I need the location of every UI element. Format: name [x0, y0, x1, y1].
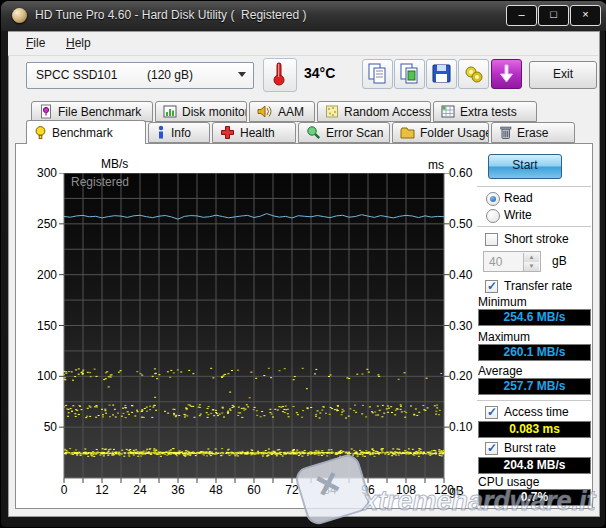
x-tick: 12 [88, 483, 116, 497]
access-time-label: Access time [504, 405, 569, 419]
tab-label: Erase [517, 126, 548, 140]
separator [477, 186, 591, 190]
drive-name: SPCC SSD101 [36, 68, 117, 82]
y-right-tick: 0.50 [449, 217, 479, 231]
tab-info[interactable]: Info [148, 122, 210, 143]
average-value: 257.7 MB/s [478, 378, 591, 395]
options-button[interactable] [458, 59, 489, 89]
app-icon [12, 8, 27, 23]
y-left-tick: 200 [31, 268, 57, 282]
tab-erase[interactable]: Erase [491, 122, 575, 143]
y-left-tick: 150 [31, 319, 57, 333]
x-tick: 108 [392, 483, 420, 497]
burst-rate-value: 204.8 MB/s [478, 457, 591, 474]
write-radio[interactable] [486, 209, 500, 223]
tab-label: Random Access [344, 105, 431, 119]
download-arrow-icon [492, 60, 521, 88]
minimum-value: 254.6 MB/s [478, 309, 591, 326]
x-tick: 36 [164, 483, 192, 497]
file-benchmark-icon [39, 104, 53, 119]
error-scan-icon [306, 125, 321, 140]
cpu-usage-label: CPU usage [478, 475, 539, 489]
minimize-button[interactable]: – [506, 5, 537, 26]
short-stroke-checkbox[interactable] [485, 233, 498, 246]
exit-button[interactable]: Exit [529, 61, 597, 89]
short-stroke-size-value: 40 [489, 255, 502, 269]
transfer-rate-checkbox[interactable] [485, 280, 498, 293]
maximum-value: 260.1 MB/s [478, 344, 591, 361]
menu-bar: FileHelp [8, 32, 598, 56]
folder-usage-icon [400, 126, 415, 140]
x-tick: 84 [316, 483, 344, 497]
transfer-rate-label: Transfer rate [504, 279, 572, 293]
maximum-label: Maximum [478, 330, 530, 344]
x-tick: 60 [240, 483, 268, 497]
x-tick: 0 [50, 483, 78, 497]
drive-size: (120 gB) [147, 68, 193, 82]
tab-label: Info [171, 126, 191, 140]
copy-text-button[interactable] [362, 59, 393, 89]
y-right-tick: 0.10 [449, 420, 479, 434]
drive-select[interactable]: SPCC SSD101 (120 gB) [26, 62, 254, 89]
tab-disk-monitor[interactable]: Disk monitor [155, 101, 247, 122]
tab-label: Health [240, 126, 275, 140]
temperature-value: 34°C [304, 65, 335, 81]
app-window: HD Tune Pro 4.60 - Hard Disk Utility ( R… [0, 0, 606, 528]
tab-random-access[interactable]: Random Access [317, 101, 431, 122]
access-time-checkbox[interactable] [485, 406, 498, 419]
tab-error-scan[interactable]: Error Scan [298, 122, 390, 143]
random-access-icon [325, 104, 339, 119]
access-time-value: 0.083 ms [478, 421, 591, 438]
read-label: Read [504, 191, 533, 205]
x-tick: 96 [354, 483, 382, 497]
health-icon [220, 125, 235, 140]
spinner-down-icon[interactable]: ▼ [523, 262, 539, 271]
tab-label: AAM [278, 105, 304, 119]
tab-folder-usage[interactable]: Folder Usage [392, 122, 489, 143]
stroke-unit-label: gB [552, 254, 567, 268]
tab-label: Benchmark [52, 126, 113, 140]
y-right-axis-title: ms [428, 158, 452, 172]
x-axis-unit: gB [449, 484, 469, 498]
copy-pages-icon [363, 60, 392, 88]
burst-rate-checkbox[interactable] [485, 442, 498, 455]
tab-benchmark[interactable]: Benchmark [26, 120, 146, 144]
y-right-tick: 0.40 [449, 268, 479, 282]
save-screenshot-button[interactable] [426, 59, 457, 89]
y-left-tick: 50 [31, 420, 57, 434]
copy-screenshot-button[interactable] [394, 59, 425, 89]
short-stroke-size-spinner[interactable]: 40 ▲ ▼ [483, 251, 541, 272]
benchmark-icon [34, 125, 47, 141]
write-label: Write [504, 208, 532, 222]
menu-file[interactable]: File [26, 36, 45, 50]
save-icon [427, 60, 456, 88]
temperature-button[interactable] [263, 58, 297, 92]
start-button[interactable]: Start [488, 154, 562, 179]
y-right-tick: 0.30 [449, 319, 479, 333]
thermometer-icon [264, 59, 294, 89]
y-right-tick: 0.20 [449, 369, 479, 383]
benchmark-chart [59, 173, 451, 485]
tab-extra-tests[interactable]: Extra tests [433, 101, 537, 122]
separator [477, 226, 591, 230]
y-left-axis-title: MB/s [101, 157, 141, 171]
maximize-button[interactable]: □ [538, 5, 569, 26]
spinner-up-icon[interactable]: ▲ [523, 253, 539, 262]
read-radio[interactable] [486, 192, 500, 206]
cpu-usage-value: 0.7% [478, 489, 591, 506]
tab-aam[interactable]: AAM [249, 101, 315, 122]
tab-label: Error Scan [326, 126, 383, 140]
y-left-tick: 100 [31, 369, 57, 383]
tab-health[interactable]: Health [212, 122, 296, 143]
disk-monitor-icon [163, 104, 177, 119]
close-button[interactable]: × [570, 5, 601, 26]
y-left-tick: 250 [31, 217, 57, 231]
x-tick: 48 [202, 483, 230, 497]
menu-help[interactable]: Help [66, 36, 91, 50]
title-bar[interactable]: HD Tune Pro 4.60 - Hard Disk Utility ( R… [1, 1, 606, 31]
update-button[interactable] [491, 59, 522, 89]
tab-label: Extra tests [460, 105, 517, 119]
info-icon [156, 125, 166, 141]
tab-file-benchmark[interactable]: File Benchmark [31, 101, 153, 122]
copy-image-icon [395, 60, 424, 88]
